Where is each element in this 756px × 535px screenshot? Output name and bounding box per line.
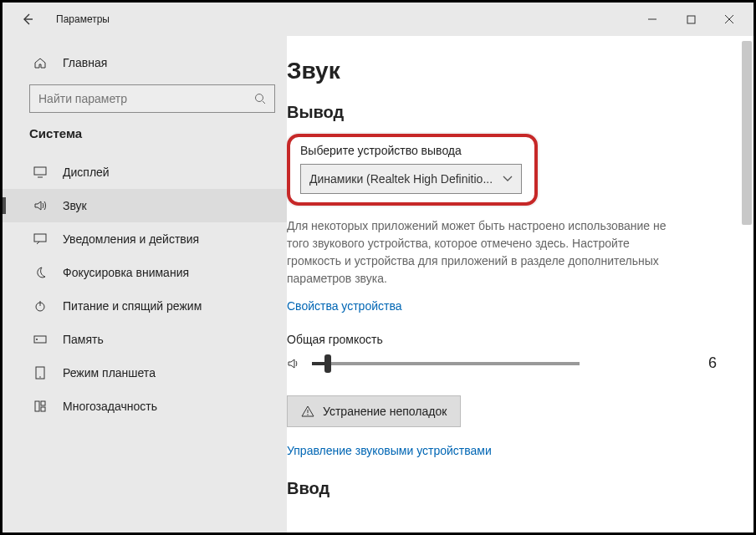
scrollbar[interactable] (742, 39, 752, 529)
sound-icon (31, 200, 49, 211)
sidebar-item-multitask[interactable]: Многозадачность (3, 390, 287, 423)
svg-rect-0 (687, 16, 695, 23)
sidebar-item-focus[interactable]: Фокусировка внимания (3, 256, 287, 289)
sidebar-item-sound[interactable]: Звук (3, 189, 287, 222)
svg-rect-11 (41, 407, 45, 411)
search-icon (254, 93, 266, 104)
sidebar-item-label: Режим планшета (63, 366, 156, 380)
sidebar-item-label: Питание и спящий режим (63, 299, 202, 313)
volume-label: Общая громкость (287, 333, 733, 346)
volume-icon (287, 357, 302, 370)
output-device-select[interactable]: Динамики (Realtek High Definitio... (300, 164, 522, 194)
selected-device-text: Динамики (Realtek High Definitio... (309, 172, 493, 186)
manage-devices-link[interactable]: Управление звуковыми устройствами (287, 444, 733, 457)
input-heading: Ввод (287, 479, 733, 498)
troubleshoot-label: Устранение неполадок (323, 405, 447, 418)
svg-rect-2 (34, 167, 46, 175)
search-input[interactable] (29, 84, 275, 113)
device-properties-link[interactable]: Свойства устройства (287, 299, 733, 313)
scroll-thumb[interactable] (742, 41, 752, 225)
close-button[interactable] (710, 6, 748, 33)
sidebar-item-label: Уведомления и действия (63, 232, 199, 246)
sidebar-item-power[interactable]: Питание и спящий режим (3, 289, 287, 323)
sidebar-item-label: Звук (63, 199, 87, 212)
sidebar-item-label: Память (63, 333, 104, 346)
storage-icon (31, 335, 49, 344)
output-heading: Вывод (287, 103, 733, 122)
volume-value: 6 (708, 354, 717, 372)
volume-slider[interactable] (312, 362, 580, 365)
window-title: Параметры (56, 13, 110, 25)
sidebar-home-label: Главная (63, 56, 107, 69)
svg-point-1 (256, 94, 263, 102)
svg-rect-10 (41, 401, 45, 405)
multitask-icon (31, 400, 49, 412)
troubleshoot-button[interactable]: Устранение неполадок (287, 395, 461, 427)
home-icon (31, 56, 49, 69)
output-note: Для некоторых приложений может быть наст… (287, 217, 680, 288)
sidebar-item-home[interactable]: Главная (3, 48, 287, 78)
sidebar-item-storage[interactable]: Память (3, 323, 287, 356)
titlebar: Параметры (3, 3, 753, 36)
sidebar-item-label: Дисплей (63, 166, 110, 179)
moon-icon (31, 267, 49, 278)
svg-rect-9 (35, 401, 39, 411)
sidebar-item-display[interactable]: Дисплей (3, 155, 287, 189)
minimize-button[interactable] (633, 6, 672, 33)
sidebar: Главная Система Дисплей Звук Уведомления… (3, 36, 287, 532)
output-device-label: Выберите устройство вывода (300, 144, 524, 157)
svg-rect-3 (34, 234, 46, 242)
tablet-icon (31, 366, 49, 380)
svg-point-8 (39, 376, 41, 378)
chat-icon (31, 233, 49, 245)
window-controls (633, 6, 748, 33)
display-icon (31, 166, 49, 178)
power-icon (31, 300, 49, 312)
chevron-down-icon (503, 176, 513, 182)
sidebar-item-tablet[interactable]: Режим планшета (3, 356, 287, 390)
highlighted-output-device: Выберите устройство вывода Динамики (Rea… (287, 134, 538, 206)
page-title: Звук (287, 58, 733, 84)
sidebar-item-label: Многозадачность (63, 400, 157, 413)
back-button[interactable] (16, 8, 39, 31)
svg-point-6 (36, 339, 38, 340)
sidebar-item-notifications[interactable]: Уведомления и действия (3, 222, 287, 256)
maximize-button[interactable] (672, 6, 710, 33)
warning-icon (301, 405, 314, 417)
arrow-left-icon (21, 13, 34, 26)
sidebar-item-label: Фокусировка внимания (63, 266, 189, 279)
main-content: Звук Вывод Выберите устройство вывода Ди… (287, 36, 753, 532)
sidebar-section-title: Система (3, 126, 287, 155)
search-field[interactable] (38, 92, 254, 105)
svg-point-12 (307, 414, 308, 415)
